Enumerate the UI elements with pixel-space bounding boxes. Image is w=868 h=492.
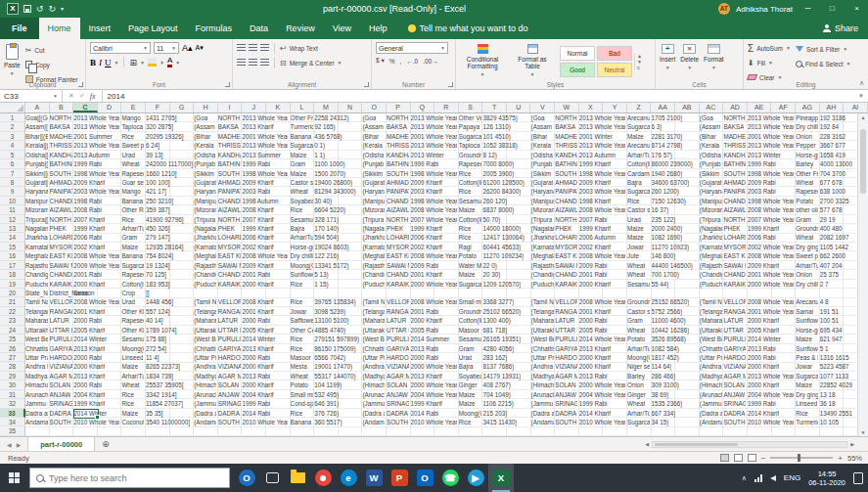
tab-home[interactable]: Home — [39, 18, 80, 39]
row-header-14[interactable]: 14 — [0, 233, 25, 242]
autosum-button[interactable]: ΣAutoSum▼ — [748, 42, 791, 54]
taskbar-app-powerpoint[interactable]: P — [387, 464, 412, 492]
formula-bar-expand-icon[interactable]: ▼ — [854, 90, 868, 102]
column-header-H[interactable]: H — [194, 103, 218, 112]
sort-filter-button[interactable]: Sort & Filter▼ — [796, 43, 851, 55]
insert-function-icon[interactable]: fx — [90, 92, 96, 101]
row-cells[interactable]: Maharashtra|[(MaharasLATUR2000 RabiRapes… — [25, 316, 868, 325]
styles-gallery-more-icon[interactable]: ≡ — [637, 66, 642, 70]
font-dialog-launcher-icon[interactable] — [225, 82, 230, 87]
column-header-L[interactable]: L — [291, 103, 315, 112]
column-header-V[interactable]: V — [530, 103, 555, 112]
column-header-N[interactable]: N — [339, 103, 363, 112]
row-cells[interactable]: Manipur|[(ManipurCHANDEL1998 RabiBanana2… — [25, 197, 868, 205]
maximize-button[interactable]: □ — [823, 0, 842, 18]
fill-color-icon[interactable] — [148, 58, 157, 67]
tab-data[interactable]: Data — [241, 18, 277, 39]
row-header-4[interactable]: 4 — [0, 141, 25, 150]
column-header-T[interactable]: T — [482, 103, 507, 112]
column-header-Y[interactable]: Y — [603, 103, 627, 112]
cell-style-bad[interactable]: Bad — [597, 46, 632, 61]
row-header-6[interactable]: 6 — [0, 159, 25, 168]
zoom-thumb[interactable] — [798, 454, 800, 462]
row-cells[interactable]: State_NamDistrict_NameSeasonCrop]] — [25, 289, 868, 297]
tray-expand-icon[interactable]: ∧ — [742, 474, 747, 482]
column-header-M[interactable]: M — [314, 103, 339, 112]
row-header-24[interactable]: 24 — [0, 326, 25, 335]
row-header-25[interactable]: 25 — [0, 335, 25, 343]
page-break-view-icon[interactable] — [748, 454, 756, 462]
row-header-2[interactable]: 2 — [0, 122, 25, 131]
row-cells[interactable]: Telangana|[(TelanganaRANGAREDDI2001 Khar… — [25, 307, 868, 316]
row-header-20[interactable]: 20 — [0, 289, 25, 297]
column-header-B[interactable]: B — [50, 103, 74, 112]
align-left-icon[interactable] — [237, 59, 246, 67]
sheet-grid[interactable]: 1Goa|[(GoaNORTH GOA2013 Whole YearMango1… — [0, 113, 868, 436]
tell-me-box[interactable]: Tell me what you want to do — [408, 18, 528, 39]
cell-style-good[interactable]: Good — [560, 63, 595, 77]
taskbar-app-word[interactable]: W — [361, 464, 387, 492]
row-header-34[interactable]: 34 — [0, 418, 25, 426]
name-box[interactable]: C33 ▼ — [0, 90, 63, 102]
row-header-7[interactable]: 7 — [0, 169, 25, 178]
excel-logo-icon[interactable]: X — [7, 3, 19, 15]
align-top-icon[interactable] — [237, 44, 246, 52]
zoom-slider[interactable] — [770, 457, 833, 459]
align-center-icon[interactable] — [249, 59, 257, 67]
row-header-15[interactable]: 15 — [0, 243, 25, 251]
column-header-AD[interactable]: AD — [723, 103, 748, 112]
row-cells[interactable]: Andaman and Nicobar Is|[SOUTH ANDAMAN201… — [25, 418, 868, 426]
row-header-29[interactable]: 29 — [0, 372, 25, 380]
row-header-11[interactable]: 11 — [0, 205, 25, 214]
column-header-J[interactable]: J — [242, 103, 266, 112]
row-cells[interactable]: Tamil Nadu|[(Tamil NadVELLORE2008 Whole … — [25, 297, 868, 306]
column-header-Z[interactable]: Z — [627, 103, 652, 112]
insert-cells-button[interactable]: + Insert ▼ — [660, 42, 675, 70]
percent-format-icon[interactable]: % — [389, 58, 395, 65]
h-scroll-thumb[interactable] — [655, 443, 738, 446]
taskbar-app-whatsapp[interactable]: ☎ — [437, 464, 463, 492]
taskbar-app-outlook[interactable]: O — [412, 464, 437, 492]
taskbar-app-excel[interactable]: X — [488, 464, 514, 492]
scroll-right-icon[interactable]: ▶ — [850, 441, 854, 447]
column-header-D[interactable]: D — [98, 103, 122, 112]
taskbar-app-cortana[interactable]: O — [234, 464, 259, 492]
undo-icon[interactable]: ↺ — [36, 0, 44, 18]
zoom-out-icon[interactable]: − — [761, 454, 766, 463]
row-header-16[interactable]: 16 — [0, 251, 25, 260]
column-header-X[interactable]: X — [579, 103, 604, 112]
row-cells[interactable]: Uttar Pradesh|[(Uttar PHARDOI2000 RabiLi… — [25, 353, 868, 362]
volume-icon[interactable] — [770, 475, 776, 481]
column-header-AI[interactable]: AI — [844, 103, 868, 112]
row-cells[interactable]: Haryana|[(HaryanaPANIPAT2003 Whole YearM… — [25, 187, 868, 196]
row-cells[interactable]: Meghalaya|[(MeghalayaEAST KHASI HILLS200… — [25, 251, 868, 260]
new-sheet-button[interactable]: ⊕ — [95, 437, 116, 451]
tab-formulas[interactable]: Formulas — [187, 18, 242, 39]
quick-access-customize-icon[interactable]: ▾ — [61, 0, 64, 18]
fill-button[interactable]: ⬇Fill▼ — [748, 57, 791, 68]
scroll-up-icon[interactable]: ▲ — [858, 114, 868, 120]
row-header-23[interactable]: 23 — [0, 316, 25, 325]
align-bottom-icon[interactable] — [260, 44, 269, 52]
row-cells[interactable]: Arunachal Pradesh|[(AruANJAW2004 KharifR… — [25, 390, 868, 399]
enter-formula-icon[interactable]: ✓ — [79, 92, 85, 100]
paste-button[interactable]: Paste ▼ — [4, 42, 21, 76]
scroll-left-icon[interactable]: ◀ — [645, 441, 649, 447]
row-header-35[interactable]: 35 — [0, 426, 25, 435]
column-header-S[interactable]: S — [459, 103, 483, 112]
column-header-P[interactable]: P — [387, 103, 411, 112]
underline-button[interactable]: U — [105, 58, 112, 67]
alignment-dialog-launcher-icon[interactable] — [364, 82, 369, 87]
styles-gallery-up-icon[interactable]: ▲ — [637, 54, 642, 59]
vertical-scrollbar[interactable]: ▲ ▼ — [857, 113, 868, 436]
column-header-AF[interactable]: AF — [771, 103, 796, 112]
row-header-17[interactable]: 17 — [0, 261, 25, 270]
minimize-button[interactable]: ─ — [799, 0, 817, 18]
column-header-F[interactable]: F — [146, 103, 170, 112]
zoom-level[interactable]: 55% — [847, 454, 862, 463]
row-cells[interactable]: Gujarat|[(GujaratAHMADABAD2009 KharifGua… — [25, 178, 868, 187]
row-cells[interactable]: Dadra and Nagar Haveli|[DADRA AND NAGAR … — [25, 409, 868, 418]
row-header-12[interactable]: 12 — [0, 215, 25, 224]
increase-decimal-icon[interactable]: ←.0 — [406, 58, 418, 65]
column-header-W[interactable]: W — [555, 103, 579, 112]
